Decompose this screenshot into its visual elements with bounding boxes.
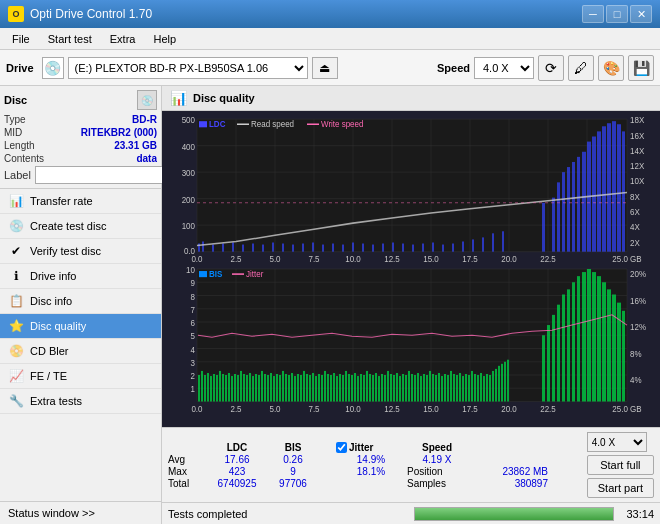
- maximize-button[interactable]: □: [606, 5, 628, 23]
- svg-rect-40: [242, 245, 244, 252]
- stats-bar: LDC BIS Jitter Speed Avg 17.66 0.26 14.9…: [162, 427, 660, 502]
- svg-text:20%: 20%: [630, 270, 646, 279]
- svg-text:8X: 8X: [630, 193, 640, 202]
- svg-rect-152: [234, 374, 236, 402]
- svg-text:12.5: 12.5: [384, 405, 400, 414]
- disc-quality-header-icon: 📊: [170, 90, 187, 106]
- disc-mid-value: RITEKBR2 (000): [81, 127, 157, 138]
- svg-rect-49: [332, 244, 334, 252]
- menu-file[interactable]: File: [4, 31, 38, 47]
- svg-rect-141: [201, 371, 203, 402]
- svg-rect-236: [486, 374, 488, 402]
- stats-samples-label: Samples: [407, 478, 446, 489]
- svg-text:5: 5: [191, 332, 196, 341]
- svg-rect-210: [408, 371, 410, 402]
- svg-text:Jitter: Jitter: [246, 270, 264, 279]
- svg-rect-67: [542, 203, 545, 252]
- svg-rect-179: [315, 376, 317, 401]
- svg-rect-198: [372, 375, 374, 402]
- svg-text:7.5: 7.5: [308, 405, 320, 414]
- svg-rect-201: [381, 374, 383, 402]
- disc-info-panel: Disc 💿 Type BD-R MID RITEKBR2 (000) Leng…: [0, 86, 161, 189]
- svg-rect-41: [252, 244, 254, 252]
- close-button[interactable]: ✕: [630, 5, 652, 23]
- svg-text:500: 500: [182, 116, 196, 125]
- svg-rect-259: [617, 303, 621, 402]
- toolbar-btn-3[interactable]: 🎨: [598, 55, 624, 81]
- disc-quality-icon: ⭐: [8, 319, 24, 333]
- stats-samples-value: 380897: [468, 478, 548, 489]
- svg-rect-182: [324, 371, 326, 402]
- svg-text:Write speed: Write speed: [321, 120, 363, 129]
- disc-label-input[interactable]: [35, 166, 168, 184]
- svg-rect-177: [309, 375, 311, 402]
- svg-rect-42: [262, 245, 264, 252]
- svg-rect-221: [441, 376, 443, 401]
- svg-rect-82: [622, 131, 625, 251]
- svg-rect-222: [444, 374, 446, 402]
- svg-rect-151: [231, 376, 233, 401]
- toolbar-btn-1[interactable]: ⟳: [538, 55, 564, 81]
- svg-rect-233: [477, 375, 479, 402]
- svg-text:14X: 14X: [630, 147, 645, 156]
- sidebar-item-cd-bler[interactable]: 📀 CD Bler: [0, 339, 161, 364]
- speed-select[interactable]: 4.0 X: [587, 432, 647, 452]
- svg-rect-39: [232, 242, 234, 251]
- action-buttons: 4.0 X Start full Start part: [587, 432, 654, 498]
- svg-rect-164: [270, 373, 272, 402]
- stats-avg-jitter: 14.9%: [336, 454, 406, 465]
- minimize-button[interactable]: ─: [582, 5, 604, 23]
- jitter-check-container: Jitter: [336, 442, 406, 453]
- svg-rect-217: [429, 371, 431, 402]
- start-part-button[interactable]: Start part: [587, 478, 654, 498]
- toolbar: Drive 💿 (E:) PLEXTOR BD-R PX-LB950SA 1.0…: [0, 50, 660, 86]
- sidebar-item-fe-te[interactable]: 📈 FE / TE: [0, 364, 161, 389]
- jitter-checkbox[interactable]: [336, 442, 347, 453]
- disc-contents-row: Contents data: [4, 153, 157, 164]
- eject-button[interactable]: ⏏: [312, 57, 338, 79]
- svg-rect-66: [502, 231, 504, 251]
- start-full-button[interactable]: Start full: [587, 455, 654, 475]
- svg-rect-260: [622, 311, 625, 402]
- sidebar-item-create-test-disc[interactable]: 💿 Create test disc: [0, 214, 161, 239]
- toolbar-btn-4[interactable]: 💾: [628, 55, 654, 81]
- svg-rect-56: [402, 244, 404, 252]
- sidebar-item-verify-test-disc[interactable]: ✔ Verify test disc: [0, 239, 161, 264]
- menu-start-test[interactable]: Start test: [40, 31, 100, 47]
- verify-test-disc-icon: ✔: [8, 244, 24, 258]
- stats-total-bis: 97706: [268, 478, 318, 489]
- svg-rect-53: [372, 245, 374, 252]
- disc-type-value: BD-R: [132, 114, 157, 125]
- svg-rect-68: [552, 198, 555, 252]
- speed-dropdown[interactable]: 4.0 X: [474, 57, 534, 79]
- menu-help[interactable]: Help: [145, 31, 184, 47]
- status-window-button[interactable]: Status window >>: [0, 501, 161, 524]
- svg-rect-211: [411, 374, 413, 402]
- sidebar-item-disc-info[interactable]: 📋 Disc info: [0, 289, 161, 314]
- fe-te-icon: 📈: [8, 369, 24, 383]
- sidebar-item-extra-tests[interactable]: 🔧 Extra tests: [0, 389, 161, 414]
- svg-rect-215: [423, 374, 425, 402]
- svg-rect-168: [282, 371, 284, 402]
- svg-text:5.0: 5.0: [269, 255, 281, 264]
- sidebar-item-transfer-rate[interactable]: 📊 Transfer rate: [0, 189, 161, 214]
- svg-rect-74: [582, 152, 586, 252]
- app-icon: O: [8, 6, 24, 22]
- svg-rect-214: [420, 376, 422, 401]
- svg-rect-54: [382, 244, 384, 252]
- svg-rect-171: [291, 373, 293, 402]
- drive-info-icon: ℹ: [8, 269, 24, 283]
- svg-text:4%: 4%: [630, 376, 642, 385]
- drive-dropdown[interactable]: (E:) PLEXTOR BD-R PX-LB950SA 1.06: [68, 57, 308, 79]
- svg-rect-51: [352, 242, 354, 251]
- svg-rect-147: [219, 371, 221, 402]
- menu-extra[interactable]: Extra: [102, 31, 144, 47]
- svg-text:20.0: 20.0: [501, 405, 517, 414]
- toolbar-btn-2[interactable]: 🖊: [568, 55, 594, 81]
- sidebar-item-disc-quality[interactable]: ⭐ Disc quality: [0, 314, 161, 339]
- svg-rect-166: [276, 374, 278, 402]
- svg-rect-176: [306, 374, 308, 402]
- sidebar-item-drive-info[interactable]: ℹ Drive info: [0, 264, 161, 289]
- svg-text:16%: 16%: [630, 297, 646, 306]
- svg-rect-240: [498, 366, 500, 402]
